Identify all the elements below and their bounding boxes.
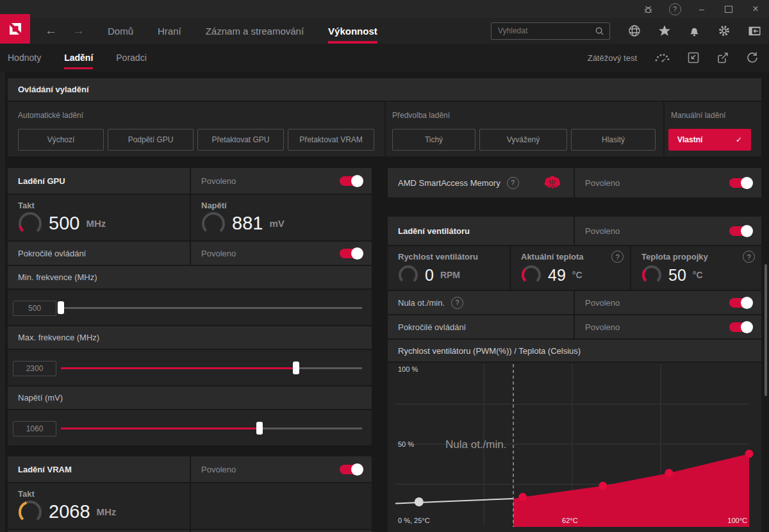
main-nav: ← → Domů Hraní Záznam a streamování Výko… [0, 18, 769, 44]
junction-temp-help-icon[interactable]: ? [743, 251, 755, 263]
star-icon[interactable] [658, 24, 671, 37]
gpu-tuning-enable-row: Povoleno [191, 168, 372, 194]
max-frequency-handle[interactable] [293, 362, 299, 374]
smart-access-help-icon[interactable]: ? [507, 177, 519, 189]
max-frequency-track[interactable] [61, 367, 362, 369]
toggle-knob [741, 225, 753, 237]
tab-metrics[interactable]: Hodnoty [8, 44, 41, 72]
vram-tuning-toggle[interactable] [340, 465, 363, 474]
preset-quiet-button[interactable]: Tichý [392, 129, 475, 151]
auto-tuning-overclock-vram-button[interactable]: Přetaktovat VRAM [288, 129, 374, 151]
auto-tuning-default-button[interactable]: Výchozí [18, 129, 104, 151]
divider [663, 102, 665, 156]
junction-temp-value: 50 [668, 266, 686, 285]
zero-rpm-point[interactable] [415, 497, 424, 506]
maximize-button[interactable] [715, 0, 742, 18]
manual-tuning-label: Manuální ladění [671, 111, 725, 120]
gpu-advanced-toggle[interactable] [340, 249, 363, 258]
zero-rpm-row: Nula ot./min. ? [388, 291, 574, 314]
fan-speed-tile: Rychlost ventilátoru 0 RPM [388, 246, 509, 290]
fan-tuning-enable-row: Povoleno [575, 217, 761, 245]
stress-test-label[interactable]: Zátěžový test [588, 53, 637, 63]
titlebar: ? – × [0, 0, 769, 18]
overlay-panel-icon[interactable] [748, 25, 761, 37]
vram-clock-value: 2068 [49, 501, 90, 522]
search-input[interactable] [497, 26, 591, 36]
tuning-control-title: Ovládání vyladění [18, 85, 89, 94]
fan-tuning-header: Ladění ventilátoru [388, 217, 574, 245]
max-frequency-input[interactable] [13, 361, 56, 376]
fan-curve-point[interactable] [518, 493, 527, 501]
voltage-track[interactable] [61, 428, 362, 429]
share-export-icon[interactable] [716, 51, 729, 64]
min-frequency-track[interactable] [61, 307, 362, 309]
min-frequency-handle[interactable] [58, 301, 64, 314]
fan-curve-point[interactable] [599, 482, 607, 490]
current-temp-help-icon[interactable]: ? [611, 251, 624, 263]
vram-tuning-enable-row: Povoleno [191, 456, 372, 482]
chart-label: Nula ot./min. [445, 438, 506, 451]
current-temp-label: Aktuální teplota [521, 252, 584, 262]
tuning-control-header: Ovládání vyladění [8, 78, 761, 101]
reset-icon[interactable] [746, 51, 759, 64]
nav-item-gaming[interactable]: Hraní [158, 18, 181, 44]
globe-icon[interactable] [628, 24, 641, 37]
help-icon[interactable]: ? [661, 0, 688, 18]
fan-chart-title: Rychlost ventilátoru (PWM(%)) / Teplota … [398, 346, 581, 356]
amd-logo[interactable] [0, 14, 30, 44]
tuning-control-body: Automatické ladění Výchozí Podpětí GPU P… [8, 102, 761, 156]
fan-speed-gauge [398, 265, 418, 285]
brain-icon [543, 175, 562, 190]
manual-custom-button[interactable]: Vlastní ✓ [668, 129, 751, 151]
gear-icon[interactable] [718, 24, 731, 37]
enabled-label: Povoleno [585, 298, 620, 308]
vram-clock-unit: MHz [97, 506, 117, 517]
zero-rpm-help-icon[interactable]: ? [451, 297, 463, 309]
stress-test-gauge-icon[interactable] [654, 51, 670, 64]
scrollbar-thumb[interactable] [765, 264, 767, 396]
smart-access-title: AMD SmartAccess Memory [398, 178, 500, 188]
gpu-clock-gauge [18, 212, 42, 236]
fan-advanced-toggle[interactable] [729, 322, 752, 332]
tab-advisors[interactable]: Poradci [116, 44, 146, 72]
chart-label: 62°C [562, 517, 578, 524]
debug-bug-icon[interactable] [634, 0, 661, 18]
smart-access-toggle[interactable] [729, 178, 752, 188]
minimize-button[interactable]: – [688, 0, 715, 18]
nav-item-streaming[interactable]: Záznam a streamování [206, 18, 304, 44]
close-button[interactable]: × [742, 0, 769, 18]
min-frequency-row: Min. frekvence (MHz) [8, 266, 372, 288]
forward-icon[interactable]: → [72, 24, 85, 38]
zero-rpm-toggle[interactable] [729, 298, 752, 308]
fan-tuning-toggle[interactable] [729, 226, 752, 236]
fan-curve-chart[interactable]: 100 %50 %0 %, 25°C62°C100°CNula ot./min. [388, 363, 761, 532]
search-box[interactable] [491, 22, 610, 40]
nav-item-performance[interactable]: Výkonnost [328, 18, 377, 44]
min-frequency-input[interactable] [13, 301, 56, 316]
preset-rage-button[interactable]: Hlasitý [571, 129, 656, 151]
vram-clock-tile: Takt 2068 MHz [8, 483, 190, 529]
search-icon[interactable] [595, 26, 604, 36]
tab-tuning[interactable]: Ladění [64, 44, 93, 72]
nav-item-home[interactable]: Domů [108, 18, 133, 44]
voltage-row: Napětí (mV) [8, 387, 372, 409]
voltage-slider [8, 410, 372, 445]
junction-temp-unit: °C [693, 270, 703, 280]
voltage-input[interactable] [13, 421, 56, 436]
voltage-handle[interactable] [256, 422, 263, 435]
fan-curve-point[interactable] [665, 469, 673, 478]
manual-custom-label: Vlastní [677, 135, 702, 144]
preset-balanced-button[interactable]: Vyvážený [479, 129, 567, 151]
auto-tuning-undervolt-gpu-button[interactable]: Podpětí GPU [108, 129, 194, 151]
toggle-knob [741, 321, 753, 333]
bell-icon[interactable] [688, 25, 700, 37]
gpu-tuning-toggle[interactable] [340, 176, 363, 186]
auto-tuning-overclock-gpu-button[interactable]: Přetaktovat GPU [197, 129, 284, 151]
import-profile-icon[interactable] [687, 51, 700, 64]
toggle-knob [741, 177, 753, 189]
toggle-knob [351, 463, 363, 476]
fan-advanced-row: Pokročilé ovládání [388, 315, 574, 338]
zero-rpm-line [395, 499, 513, 504]
fan-curve-point[interactable] [745, 450, 754, 458]
back-icon[interactable]: ← [45, 24, 57, 38]
